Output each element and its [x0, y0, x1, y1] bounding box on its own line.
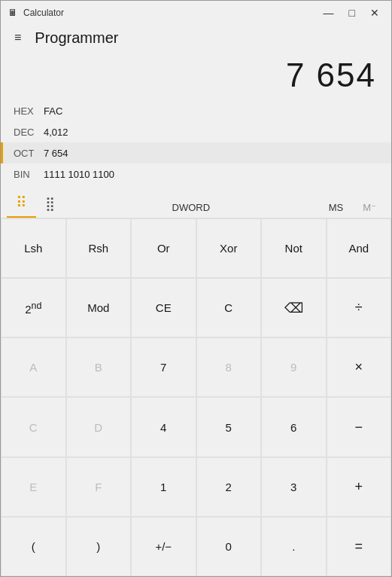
maximize-button[interactable]: □ — [345, 5, 360, 20]
calc-btn---10[interactable]: ⌫ — [261, 278, 327, 337]
window-controls: — □ ✕ — [319, 5, 384, 20]
app-title: Programmer — [35, 29, 118, 47]
calc-btn-F-25[interactable]: F — [66, 457, 132, 517]
calc-btn---11[interactable]: ÷ — [327, 278, 392, 337]
backspace-icon: ⌫ — [284, 300, 303, 316]
dword-button[interactable]: DWORD — [64, 197, 318, 218]
calc-btn-D-19[interactable]: D — [66, 397, 132, 456]
base-value-bin: 1111 1010 1100 — [44, 169, 114, 180]
calc-btn-4-20[interactable]: 4 — [131, 397, 196, 456]
hamburger-menu-icon[interactable]: ≡ — [11, 28, 24, 47]
mode-row: ⠿ ⣿ DWORD MS M⁻ — [1, 185, 391, 218]
calc-btn---17[interactable]: × — [327, 337, 392, 397]
base-value-oct: 7 654 — [44, 148, 68, 159]
base-row-dec[interactable]: DEC 4,012 — [1, 121, 391, 142]
calc-btn-----32[interactable]: +/− — [131, 517, 196, 576]
calc-grid: LshRshOrXorNotAnd2ndModCEC⌫÷AB789×CD456−… — [1, 218, 391, 576]
base-value-dec: 4,012 — [44, 127, 68, 138]
calc-btn-3-28[interactable]: 3 — [261, 457, 327, 517]
mminus-button[interactable]: M⁻ — [354, 197, 385, 218]
minimize-button[interactable]: — — [319, 5, 339, 20]
calc-btn-E-24[interactable]: E — [1, 457, 66, 517]
calc-btn-8-15[interactable]: 8 — [196, 337, 262, 397]
calc-btn-1-26[interactable]: 1 — [131, 457, 196, 517]
calc-btn-0-33[interactable]: 0 — [196, 517, 262, 576]
calc-btn---31[interactable]: ) — [66, 517, 132, 576]
display-area: 7 654 — [1, 50, 391, 97]
calc-btn-A-12[interactable]: A — [1, 337, 66, 397]
mode-tab-bits[interactable]: ⣿ — [36, 191, 64, 218]
calc-btn-2-27[interactable]: 2 — [196, 457, 262, 517]
base-label-dec: DEC — [14, 127, 44, 138]
mode-tab-grid[interactable]: ⠿ — [7, 189, 36, 218]
base-row-hex[interactable]: HEX FAC — [1, 100, 391, 121]
title-bar-label: Calculator — [23, 8, 64, 18]
calc-btn---34[interactable]: . — [261, 517, 327, 576]
calc-btn---35[interactable]: = — [327, 517, 392, 576]
ms-button[interactable]: MS — [318, 197, 354, 218]
calc-btn-2---6[interactable]: 2nd — [1, 278, 66, 337]
calc-btn-Mod-7[interactable]: Mod — [66, 278, 132, 337]
calc-btn-C-9[interactable]: C — [196, 278, 262, 337]
base-label-hex: HEX — [14, 105, 44, 117]
calc-btn-5-21[interactable]: 5 — [196, 397, 262, 456]
base-label-oct: OCT — [14, 148, 44, 159]
app-header: ≡ Programmer — [1, 25, 391, 50]
title-bar: 🖩 Calculator — □ ✕ — [1, 1, 391, 25]
calc-btn-Rsh-1[interactable]: Rsh — [66, 218, 132, 278]
calc-btn-Not-4[interactable]: Not — [261, 218, 327, 278]
calc-btn-Xor-3[interactable]: Xor — [196, 218, 262, 278]
base-row-bin[interactable]: BIN 1111 1010 1100 — [1, 163, 391, 185]
calc-btn-Lsh-0[interactable]: Lsh — [1, 218, 66, 278]
calc-btn-6-22[interactable]: 6 — [261, 397, 327, 456]
calc-btn-And-5[interactable]: And — [327, 218, 392, 278]
calc-btn-9-16[interactable]: 9 — [261, 337, 327, 397]
calc-btn-B-13[interactable]: B — [66, 337, 132, 397]
app-icon: 🖩 — [8, 8, 17, 18]
base-row-oct[interactable]: OCT 7 654 — [1, 142, 391, 163]
button-area: ⠿ ⣿ DWORD MS M⁻ LshRshOrXorNotAnd2ndModC… — [1, 185, 391, 576]
calc-btn---29[interactable]: + — [327, 457, 392, 517]
base-value-hex: FAC — [44, 105, 62, 117]
calc-btn-CE-8[interactable]: CE — [131, 278, 196, 337]
calc-btn-Or-2[interactable]: Or — [131, 218, 196, 278]
close-button[interactable]: ✕ — [366, 5, 384, 20]
base-rows: HEX FAC DEC 4,012 OCT 7 654 BIN 1111 101… — [1, 97, 391, 185]
calc-btn---23[interactable]: − — [327, 397, 392, 456]
calc-btn-7-14[interactable]: 7 — [131, 337, 196, 397]
calc-btn---30[interactable]: ( — [1, 517, 66, 576]
base-label-bin: BIN — [14, 169, 44, 180]
main-display-value: 7 654 — [16, 56, 376, 94]
calc-btn-C-18[interactable]: C — [1, 397, 66, 456]
